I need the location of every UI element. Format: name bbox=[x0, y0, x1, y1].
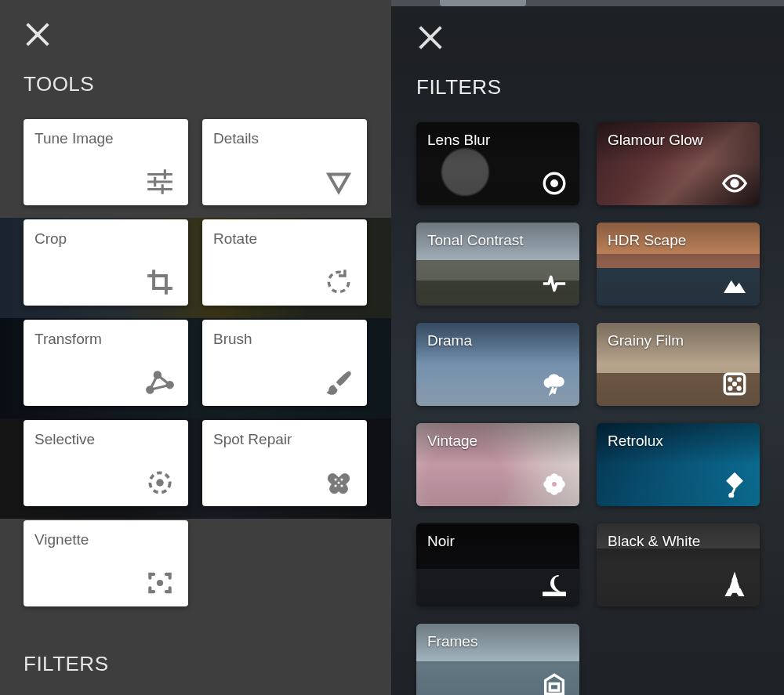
pulse-icon bbox=[539, 268, 570, 299]
filter-label: Lens Blur bbox=[427, 132, 490, 149]
filter-tonal-contrast[interactable]: Tonal Contrast bbox=[416, 223, 579, 306]
eye-icon bbox=[719, 168, 750, 199]
svg-point-1 bbox=[154, 372, 160, 378]
svg-point-14 bbox=[551, 180, 558, 187]
tool-vignette[interactable]: Vignette bbox=[24, 520, 188, 606]
filters-screen: FILTERS Lens Blur Glamour Glow Tonal Con… bbox=[391, 0, 784, 695]
tool-details[interactable]: Details bbox=[202, 119, 367, 205]
filter-label: Drama bbox=[427, 332, 472, 349]
svg-point-18 bbox=[737, 378, 741, 382]
tool-label: Vignette bbox=[34, 531, 89, 548]
tool-selective[interactable]: Selective bbox=[24, 420, 188, 506]
svg-point-21 bbox=[733, 382, 737, 386]
tool-label: Tune Image bbox=[34, 130, 114, 147]
transform-icon bbox=[143, 365, 177, 400]
flower-icon bbox=[539, 469, 570, 500]
filter-label: Tonal Contrast bbox=[427, 232, 524, 249]
svg-point-15 bbox=[731, 179, 739, 187]
filter-label: Black & White bbox=[608, 533, 700, 550]
crop-icon bbox=[143, 265, 177, 299]
brush-icon bbox=[321, 365, 356, 400]
svg-point-10 bbox=[340, 478, 343, 480]
filter-label: Glamour Glow bbox=[608, 132, 702, 149]
svg-point-19 bbox=[728, 386, 732, 390]
target-dashed-icon bbox=[143, 465, 177, 500]
filter-label: Retrolux bbox=[608, 433, 663, 450]
rotate-icon bbox=[321, 265, 356, 299]
filter-noir[interactable]: Noir bbox=[416, 523, 579, 606]
tools-section-title: TOOLS bbox=[24, 72, 94, 96]
svg-point-7 bbox=[337, 481, 339, 483]
filter-label: Grainy Film bbox=[608, 332, 684, 349]
tool-label: Rotate bbox=[213, 230, 257, 248]
eiffel-icon bbox=[719, 569, 750, 600]
kite-icon bbox=[719, 469, 750, 500]
tool-label: Brush bbox=[213, 331, 252, 348]
svg-rect-33 bbox=[550, 684, 558, 691]
svg-point-11 bbox=[334, 484, 336, 487]
tool-brush[interactable]: Brush bbox=[202, 320, 367, 406]
tool-label: Transform bbox=[34, 331, 102, 348]
tools-grid: Tune Image Details Crop Rotate bbox=[24, 119, 367, 606]
filter-drama[interactable]: Drama bbox=[416, 323, 579, 406]
frame-icon bbox=[539, 669, 570, 695]
svg-point-4 bbox=[156, 479, 164, 487]
svg-point-2 bbox=[167, 382, 172, 388]
svg-point-8 bbox=[334, 478, 336, 480]
close-button[interactable] bbox=[22, 19, 53, 50]
svg-point-0 bbox=[147, 387, 153, 393]
svg-point-20 bbox=[737, 386, 741, 390]
filter-label: Frames bbox=[427, 633, 477, 650]
filter-vintage[interactable]: Vintage bbox=[416, 423, 579, 506]
filter-glamour-glow[interactable]: Glamour Glow bbox=[597, 122, 760, 205]
filter-grainy-film[interactable]: Grainy Film bbox=[597, 323, 760, 406]
filter-lens-blur[interactable]: Lens Blur bbox=[416, 122, 579, 205]
svg-point-12 bbox=[157, 580, 163, 586]
tool-label: Details bbox=[213, 130, 259, 147]
storm-cloud-icon bbox=[539, 368, 570, 400]
tool-label: Crop bbox=[34, 230, 67, 248]
close-button[interactable] bbox=[415, 22, 446, 53]
tools-screen: TOOLS Tune Image Details Crop Rotate bbox=[0, 0, 391, 695]
svg-point-17 bbox=[728, 378, 732, 382]
tool-crop[interactable]: Crop bbox=[24, 219, 188, 306]
tool-tune-image[interactable]: Tune Image bbox=[24, 119, 188, 205]
dice-icon bbox=[719, 368, 750, 400]
filters-section-title: FILTERS bbox=[416, 75, 501, 100]
aperture-dot-icon bbox=[539, 168, 570, 199]
triangle-down-icon bbox=[321, 165, 356, 199]
filter-black-white[interactable]: Black & White bbox=[597, 523, 760, 606]
filter-label: Noir bbox=[427, 533, 455, 550]
svg-point-31 bbox=[729, 493, 734, 498]
close-icon bbox=[22, 19, 53, 50]
close-icon bbox=[415, 22, 446, 53]
focus-square-icon bbox=[143, 566, 177, 600]
svg-point-9 bbox=[340, 484, 343, 487]
tool-transform[interactable]: Transform bbox=[24, 320, 188, 406]
filter-hdr-scape[interactable]: HDR Scape bbox=[597, 223, 760, 306]
tool-spot-repair[interactable]: Spot Repair bbox=[202, 420, 367, 506]
sliders-icon bbox=[143, 165, 177, 199]
tool-label: Spot Repair bbox=[213, 431, 292, 448]
tool-label: Selective bbox=[34, 431, 95, 448]
filters-grid: Lens Blur Glamour Glow Tonal Contrast HD… bbox=[416, 122, 760, 695]
filter-retrolux[interactable]: Retrolux bbox=[597, 423, 760, 506]
svg-rect-32 bbox=[543, 592, 565, 595]
filter-label: HDR Scape bbox=[608, 232, 686, 249]
filter-frames[interactable]: Frames bbox=[416, 624, 579, 695]
status-bar-notch bbox=[440, 0, 526, 6]
tool-rotate[interactable]: Rotate bbox=[202, 219, 367, 306]
moon-horizon-icon bbox=[539, 569, 570, 600]
mountains-icon bbox=[719, 268, 750, 299]
svg-point-30 bbox=[551, 481, 557, 487]
filters-section-title: FILTERS bbox=[24, 652, 108, 676]
filter-label: Vintage bbox=[427, 433, 477, 450]
bandage-icon bbox=[321, 465, 356, 500]
